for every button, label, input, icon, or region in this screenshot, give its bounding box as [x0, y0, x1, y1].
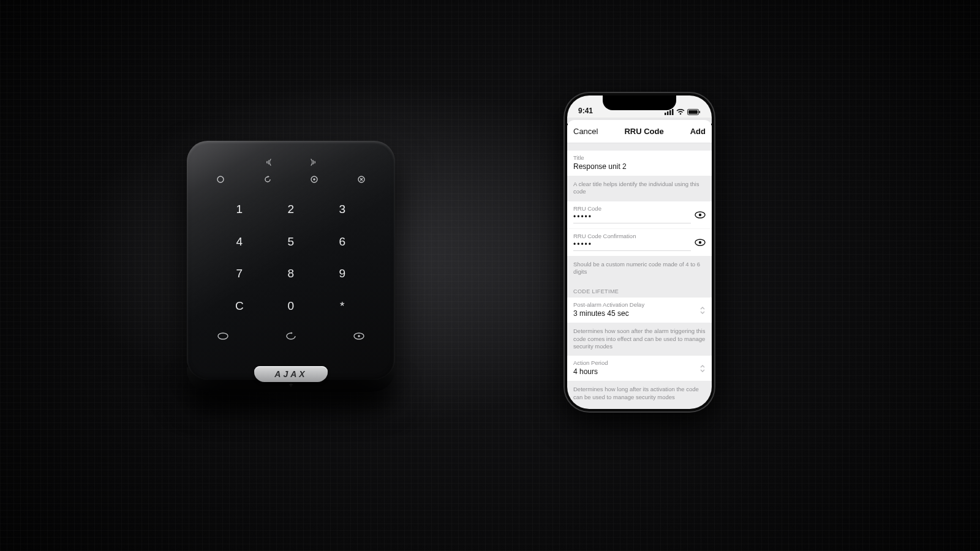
- key-2[interactable]: 2: [265, 193, 317, 226]
- svg-rect-8: [667, 111, 669, 115]
- code-confirm-label: RRU Code Confirmation: [573, 233, 706, 239]
- wave-right-icon: [307, 158, 320, 167]
- key-7[interactable]: 7: [214, 258, 265, 290]
- code-hint: Should be a custom numeric code made of …: [567, 256, 712, 282]
- reveal-confirm-icon[interactable]: [695, 239, 706, 246]
- status-time: 9:41: [578, 107, 593, 115]
- code-confirm-cell[interactable]: RRU Code Confirmation •••••: [567, 228, 712, 256]
- refresh-icon: [262, 174, 273, 185]
- key-3[interactable]: 3: [317, 193, 368, 226]
- svg-point-4: [218, 333, 228, 339]
- battery-icon: [687, 109, 701, 115]
- svg-rect-13: [688, 110, 698, 114]
- close-circle-icon: [356, 174, 367, 185]
- keypad-bottom-row: [214, 331, 368, 342]
- reveal-code-icon[interactable]: [695, 211, 706, 219]
- navbar: Cancel RRU Code Add: [567, 120, 712, 143]
- key-8[interactable]: 8: [265, 258, 317, 290]
- action-cell[interactable]: Action Period 4 hours: [567, 356, 712, 381]
- delay-value: 3 minutes 45 sec: [573, 309, 706, 318]
- action-hint: Determines how long after its activation…: [567, 381, 712, 407]
- title-hint: A clear title helps identify the individ…: [567, 176, 712, 201]
- plus-icon: +: [288, 381, 293, 389]
- brand-plate: AJAX: [254, 366, 328, 382]
- code-cell[interactable]: RRU Code •••••: [567, 201, 712, 228]
- ellipse-icon: [215, 331, 231, 342]
- svg-rect-7: [665, 113, 666, 115]
- phone-screen: 9:41 Cancel RRU Code Add Title Response …: [567, 96, 712, 409]
- brand-text: AJAX: [274, 369, 307, 379]
- cancel-button[interactable]: Cancel: [573, 127, 598, 136]
- code-confirm-input[interactable]: •••••: [573, 241, 706, 248]
- svg-rect-10: [672, 109, 674, 115]
- code-label: RRU Code: [573, 205, 706, 212]
- phone-notch: [603, 96, 676, 110]
- wifi-icon: [676, 109, 685, 115]
- key-c[interactable]: C: [214, 290, 265, 323]
- eye-icon: [351, 331, 367, 342]
- voxel-pattern: [0, 0, 980, 551]
- svg-point-16: [699, 213, 701, 216]
- delay-label: Post-alarm Activation Delay: [573, 301, 706, 308]
- target-icon: [309, 174, 320, 185]
- svg-point-18: [699, 241, 701, 243]
- key-0[interactable]: 0: [265, 290, 317, 323]
- lifetime-header: CODE LIFETIME: [567, 281, 712, 298]
- svg-point-2: [314, 178, 316, 181]
- title-cell[interactable]: Title Response unit 2: [567, 151, 712, 176]
- modal-sheet: Cancel RRU Code Add Title Response unit …: [567, 120, 712, 409]
- svg-rect-9: [669, 110, 671, 115]
- wave-left-icon: [262, 158, 274, 167]
- action-label: Action Period: [573, 359, 706, 366]
- phone-frame: 9:41 Cancel RRU Code Add Title Response …: [564, 92, 715, 413]
- background: [0, 0, 980, 551]
- add-button[interactable]: Add: [690, 127, 706, 136]
- key-6[interactable]: 6: [317, 226, 368, 258]
- key-star[interactable]: *: [317, 290, 368, 323]
- svg-rect-14: [699, 111, 701, 113]
- keypad-status-row: [214, 174, 368, 185]
- keypad-grid: 1 2 3 4 5 6 7 8 9 C 0 *: [214, 193, 368, 322]
- key-5[interactable]: 5: [265, 226, 317, 258]
- key-1[interactable]: 1: [214, 193, 265, 226]
- keypad-device: 1 2 3 4 5 6 7 8 9 C 0 * AJAX: [187, 141, 395, 380]
- svg-point-11: [680, 113, 682, 115]
- stepper-icon[interactable]: [699, 306, 706, 315]
- svg-point-6: [358, 335, 360, 337]
- title-label: Title: [573, 154, 706, 161]
- action-value: 4 hours: [573, 367, 706, 376]
- svg-point-0: [217, 176, 224, 182]
- ellipse-refresh-icon: [283, 331, 299, 342]
- title-input[interactable]: Response unit 2: [573, 162, 706, 171]
- stepper-icon[interactable]: [699, 364, 706, 373]
- code-input[interactable]: •••••: [573, 213, 706, 220]
- delay-hint: Determines how soon after the alarm trig…: [567, 323, 712, 356]
- key-4[interactable]: 4: [214, 226, 265, 258]
- navbar-title: RRU Code: [624, 127, 663, 136]
- delay-cell[interactable]: Post-alarm Activation Delay 3 minutes 45…: [567, 298, 712, 323]
- keypad-wave-icons: [214, 158, 368, 167]
- circle-icon: [215, 174, 226, 185]
- key-9[interactable]: 9: [317, 258, 368, 290]
